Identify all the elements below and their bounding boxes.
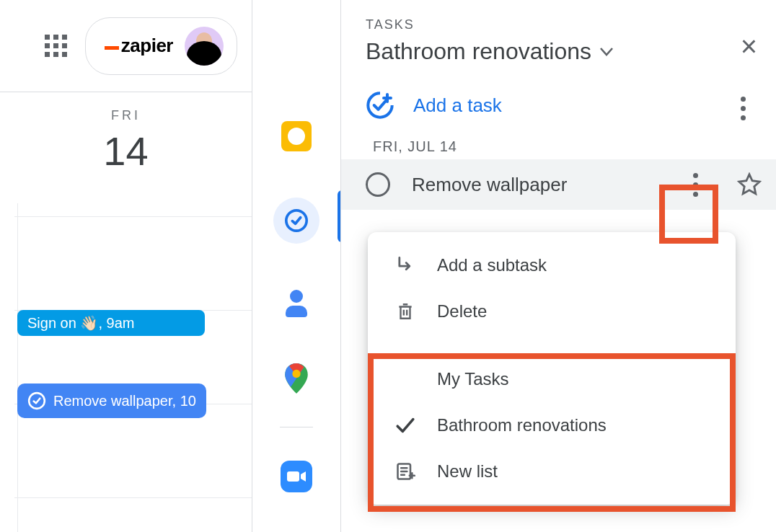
menu-label: Add a subtask	[437, 255, 547, 275]
tasks-icon[interactable]	[273, 198, 319, 244]
keep-icon[interactable]	[281, 121, 312, 151]
menu-label: My Tasks	[437, 369, 509, 389]
menu-delete[interactable]: Delete	[368, 288, 736, 334]
task-row[interactable]: Remove wallpaper	[341, 159, 776, 210]
add-task-icon[interactable]	[366, 91, 394, 120]
panel-label: TASKS	[366, 17, 751, 32]
day-header: FRI 14	[0, 92, 252, 174]
close-button[interactable]: ×	[741, 32, 757, 61]
apps-launcher-icon[interactable]	[45, 35, 68, 58]
side-rail	[252, 0, 340, 532]
task-options-button[interactable]	[693, 173, 698, 197]
menu-label: Delete	[437, 301, 487, 322]
svg-point-2	[292, 370, 300, 378]
menu-label: New list	[437, 461, 498, 482]
day-number: 14	[0, 128, 252, 174]
menu-add-subtask[interactable]: Add a subtask	[368, 242, 736, 288]
menu-new-list[interactable]: New list	[368, 448, 736, 495]
task-date-header: FRI, JUL 14	[341, 134, 776, 159]
list-options-button[interactable]	[741, 97, 746, 120]
rail-divider	[280, 427, 313, 427]
svg-rect-3	[287, 471, 299, 482]
axis-line	[17, 203, 18, 532]
subtask-icon	[394, 254, 417, 277]
task-complete-toggle[interactable]	[366, 172, 390, 197]
list-title: Bathroom renovations	[366, 38, 591, 65]
list-picker[interactable]: Bathroom renovations	[366, 38, 751, 65]
calendar-gridlines	[0, 216, 252, 532]
event-sign-on[interactable]: Sign on 👋🏻, 9am	[17, 310, 205, 336]
zoom-icon[interactable]	[281, 461, 312, 492]
avatar	[185, 27, 224, 66]
check-icon	[394, 414, 417, 437]
workspace-account-pill[interactable]: zapier	[85, 17, 237, 75]
menu-list-my-tasks[interactable]: My Tasks	[368, 356, 736, 402]
event-remove-wallpaper[interactable]: Remove wallpaper, 10	[17, 384, 206, 418]
menu-label: Bathroom renovations	[437, 415, 607, 435]
star-button[interactable]	[737, 172, 762, 197]
contacts-icon[interactable]	[284, 290, 309, 317]
add-task-button[interactable]: Add a task	[413, 94, 502, 117]
maps-icon[interactable]	[285, 363, 308, 394]
menu-list-current[interactable]: Bathroom renovations	[368, 402, 736, 448]
new-list-icon	[394, 460, 417, 483]
day-of-week: FRI	[0, 108, 252, 123]
trash-icon	[394, 300, 417, 323]
task-context-menu: Add a subtask Delete My Tasks Bathroom r…	[368, 232, 736, 505]
chevron-down-icon	[600, 48, 613, 56]
event-label: Sign on 👋🏻, 9am	[27, 314, 134, 332]
task-title: Remove wallpaper	[412, 174, 567, 196]
task-check-icon	[27, 391, 46, 410]
zapier-logo: zapier	[105, 35, 173, 57]
top-bar: zapier	[0, 0, 252, 92]
event-label: Remove wallpaper, 10	[53, 393, 196, 409]
calendar-pane: zapier FRI 14 Sign on 👋🏻, 9am Remove wal…	[0, 0, 252, 532]
